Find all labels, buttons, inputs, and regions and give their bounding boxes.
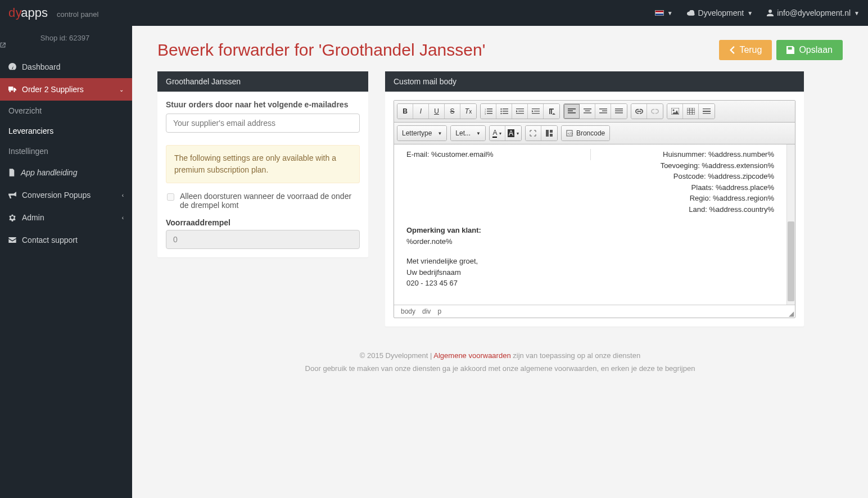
chevron-left-icon [729,46,735,54]
table-button[interactable] [683,104,699,119]
topbar: dyapps control panel ▼ Dyvelopment ▼ inf… [0,0,868,26]
svg-rect-13 [518,111,524,111]
cloud-icon [687,10,695,16]
locale-dropdown[interactable]: ▼ [655,10,673,16]
font-family-label: Lettertype [402,129,432,137]
shop-id-link[interactable]: Shop id: 62397 [0,26,132,56]
editor-element-path: body div p ◢ [394,305,795,318]
rich-text-editor: B I U S Tx 123 [394,100,795,318]
sidebar-item-admin[interactable]: Admin ‹ [0,206,132,229]
underline-button[interactable]: U [429,104,445,119]
svg-point-8 [500,113,501,114]
image-button[interactable] [667,104,683,119]
chevron-down-icon: ⌄ [119,87,124,93]
unordered-list-button[interactable] [496,104,512,119]
svg-rect-27 [615,108,623,110]
editor-toolbar-row-2: Lettertype ▼ Let... ▼ [394,123,795,144]
supplier-panel-title: Groothandel Janssen [157,71,368,92]
sidebar-subitem-instellingen[interactable]: Instellingen [0,141,132,161]
svg-rect-9 [503,108,508,110]
ordered-list-button[interactable]: 123 [481,104,496,119]
sidebar-item-dashboard[interactable]: Dashboard [0,56,132,78]
direction-button[interactable] [544,104,559,119]
svg-rect-41 [550,130,553,133]
text-color-button[interactable]: A▾ [490,126,505,141]
forward-on-threshold-checkbox[interactable] [167,193,174,201]
maximize-button[interactable] [526,126,541,141]
editor-email-line: E-mail: %customer.email% [406,149,585,160]
scrollbar-thumb[interactable] [788,221,794,302]
sidebar-item-conversion-popups[interactable]: Conversion Popups ‹ [0,184,132,206]
align-center-button[interactable] [580,104,595,119]
align-justify-button[interactable] [611,104,627,119]
back-button[interactable]: Terug [719,40,772,60]
clear-format-button[interactable]: Tx [460,104,476,119]
bg-color-button[interactable]: A▾ [505,126,521,141]
user-dropdown[interactable]: info@dyvelopment.nl ▼ [767,8,860,17]
align-right-button[interactable] [595,104,611,119]
cog-icon [8,214,16,221]
shop-id-label: Shop id: 62397 [40,34,89,42]
sidebar-subitem-overzicht[interactable]: Overzicht [0,101,132,121]
editor-toolbar-row-1: B I U S Tx 123 [394,101,795,123]
chevron-down-icon: ▼ [747,10,753,16]
supplier-email-input[interactable] [166,114,360,133]
back-button-label: Terug [739,45,762,55]
font-size-label: Let... [455,129,471,137]
svg-rect-2 [487,113,492,114]
editor-content-area[interactable]: E-mail: %customer.email% Huisnummer: %ad… [394,144,786,305]
resize-handle-icon[interactable]: ◢ [789,310,794,318]
svg-rect-29 [615,112,623,114]
path-segment[interactable]: body [401,307,415,315]
svg-rect-10 [503,111,508,112]
strike-button[interactable]: S [445,104,460,119]
editor-scrollbar[interactable] [786,144,795,305]
svg-rect-19 [568,111,573,112]
hr-button[interactable] [699,104,715,119]
align-left-button[interactable] [564,104,580,119]
mail-body-panel-title: Custom mail body [385,71,804,92]
sidebar-item-order2suppliers[interactable]: Order 2 Suppliers ⌄ [0,78,132,101]
path-segment[interactable]: div [422,307,431,315]
user-icon [767,10,774,16]
editor-address-line: Toevoeging: %address.extension% [596,160,775,171]
svg-rect-37 [703,108,711,109]
show-blocks-button[interactable] [541,126,557,141]
font-family-dropdown[interactable]: Lettertype ▼ [397,126,446,141]
footer-text: © 2015 Dyvelopment | [360,351,433,360]
bold-button[interactable]: B [397,104,413,119]
editor-address-line: Huisnummer: %address.number% [596,149,775,160]
outdent-button[interactable] [512,104,528,119]
doc-icon [8,169,15,176]
bullhorn-icon [8,192,16,198]
save-icon [786,46,794,54]
italic-button[interactable]: I [413,104,429,119]
supplier-panel: Groothandel Janssen Stuur orders door na… [157,71,368,257]
path-segment[interactable]: p [437,307,441,315]
svg-rect-32 [687,108,695,115]
editor-note-body: %order.note% [406,236,774,247]
svg-rect-24 [599,108,607,110]
svg-rect-26 [599,112,607,114]
sidebar-item-contact-support[interactable]: Contact support [0,229,132,251]
page-footer: © 2015 Dyvelopment | Algemene voorwaarde… [157,327,843,387]
save-button[interactable]: Opslaan [776,40,843,60]
indent-button[interactable] [528,104,544,119]
footer-text: zijn van toepassing op al onze diensten [511,351,641,360]
svg-rect-23 [584,112,591,114]
unlink-button[interactable] [647,104,663,119]
company-dropdown[interactable]: Dyvelopment ▼ [687,8,753,17]
link-button[interactable] [631,104,647,119]
sidebar-subitem-leveranciers[interactable]: Leveranciers [0,121,132,141]
sidebar-item-label: Admin [22,213,44,222]
sidebar-item-label: Conversion Popups [22,191,91,200]
font-size-dropdown[interactable]: Let... ▼ [451,126,485,141]
terms-link[interactable]: Algemene voorwaarden [433,351,510,360]
source-button[interactable]: </> Broncode [562,126,609,141]
svg-point-31 [672,110,674,111]
editor-address-line: Regio: %address.region% [596,193,775,204]
sidebar-item-app-handleiding[interactable]: App handleiding [0,161,132,184]
chevron-down-icon: ▼ [854,10,860,16]
company-label: Dyvelopment [698,8,744,17]
source-label: Broncode [576,129,605,137]
